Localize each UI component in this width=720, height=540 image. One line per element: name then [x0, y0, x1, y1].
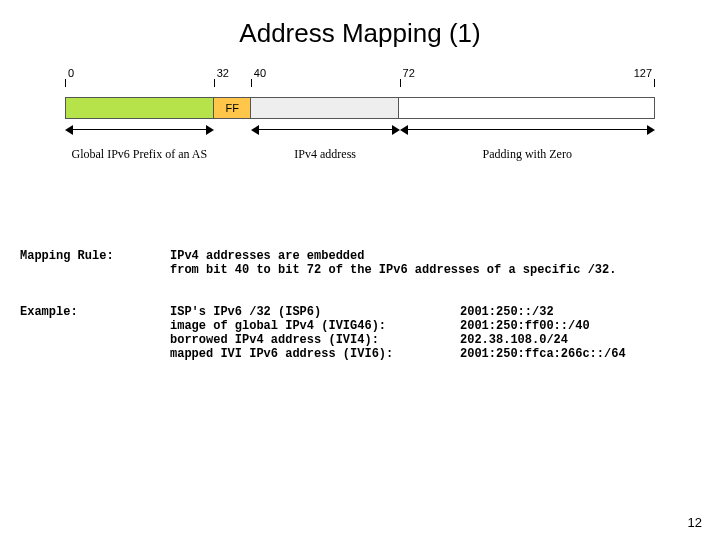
- range-prefix-label: Global IPv6 Prefix of an AS: [65, 147, 214, 162]
- tick-72: 72: [403, 67, 415, 79]
- example-desc-1: image of global IPv4 (IVIG46):: [170, 319, 450, 333]
- slide-title: Address Mapping (1): [0, 0, 720, 79]
- bit-ticks: 0 32 40 72 127: [65, 79, 655, 97]
- example-val-1: 2001:250:ff00::/40: [460, 319, 700, 333]
- example-val-0: 2001:250::/32: [460, 305, 700, 319]
- range-padding-label: Padding with Zero: [400, 147, 655, 162]
- example-row: Example: ISP's IPv6 /32 (ISP6) 2001:250:…: [20, 305, 700, 361]
- segment-padding: [399, 98, 654, 118]
- tick-32: 32: [217, 67, 229, 79]
- mapping-rule-body: IPv4 addresses are embedded from bit 40 …: [170, 249, 700, 277]
- range-ipv4-label: IPv4 address: [251, 147, 400, 162]
- text-block: Mapping Rule: IPv4 addresses are embedde…: [0, 249, 720, 361]
- range-padding: Padding with Zero: [400, 125, 655, 162]
- range-prefix: Global IPv6 Prefix of an AS: [65, 125, 214, 162]
- tick-40: 40: [254, 67, 266, 79]
- example-desc-2: borrowed IPv4 address (IVI4):: [170, 333, 450, 347]
- segment-ipv4: [251, 98, 399, 118]
- mapping-rule-label: Mapping Rule:: [20, 249, 170, 277]
- mapping-rule-row: Mapping Rule: IPv4 addresses are embedde…: [20, 249, 700, 277]
- bitfield-diagram: 0 32 40 72 127 FF Global IPv6 Prefix of …: [65, 79, 655, 219]
- range-labels: Global IPv6 Prefix of an AS IPv4 address…: [65, 125, 655, 185]
- example-val-3: 2001:250:ffca:266c::/64: [460, 347, 700, 361]
- segment-ff: FF: [214, 98, 251, 118]
- page-number: 12: [688, 515, 702, 530]
- mapping-rule-line1: IPv4 addresses are embedded: [170, 249, 700, 263]
- tick-127: 127: [634, 67, 652, 79]
- example-val-2: 202.38.108.0/24: [460, 333, 700, 347]
- segment-prefix: [66, 98, 214, 118]
- mapping-rule-line2: from bit 40 to bit 72 of the IPv6 addres…: [170, 263, 700, 277]
- example-grid: ISP's IPv6 /32 (ISP6) 2001:250::/32 imag…: [170, 305, 700, 361]
- example-desc-0: ISP's IPv6 /32 (ISP6): [170, 305, 450, 319]
- tick-0: 0: [68, 67, 74, 79]
- range-ipv4: IPv4 address: [251, 125, 400, 162]
- example-desc-3: mapped IVI IPv6 address (IVI6):: [170, 347, 450, 361]
- bitfield-bar: FF: [65, 97, 655, 119]
- example-label: Example:: [20, 305, 170, 361]
